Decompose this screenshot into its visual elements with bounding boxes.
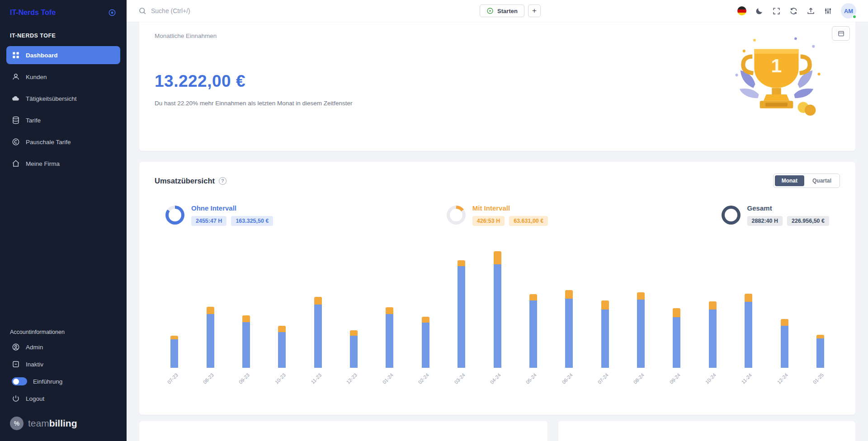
chart-bar[interactable]: [709, 247, 717, 368]
sidebar-item-label: Dashboard: [26, 52, 58, 59]
sidebar-item-einfuehrung[interactable]: Einführung: [6, 373, 120, 389]
sidebar-item-logout[interactable]: Logout: [6, 390, 120, 407]
bottom-cards-row: [139, 421, 855, 441]
chart-bar[interactable]: [781, 247, 788, 368]
chart-x-label: 06-24: [561, 372, 577, 389]
chart-x-label: 10-23: [274, 372, 290, 389]
donut-ring-icon: [722, 206, 741, 225]
stat-amount-badge: 163.325,50 €: [231, 216, 273, 226]
layout-icon: [837, 30, 845, 38]
chart-bar[interactable]: [314, 247, 322, 368]
chart-bar[interactable]: [816, 247, 824, 368]
sidebar-item-label: Tarife: [26, 117, 41, 124]
page-content: Monatliche Einnahmen 13.222,00 € Du hast…: [127, 22, 868, 441]
chart-bar[interactable]: [278, 247, 286, 368]
online-status-dot: [852, 14, 857, 19]
sidebar-pin-icon[interactable]: [108, 8, 117, 17]
sidebar-item-taetigkeitsuebersicht[interactable]: Tätigkeitsübersicht: [6, 89, 120, 108]
period-toggle: MonatQuartal: [773, 174, 840, 188]
sync-icon[interactable]: [789, 7, 798, 15]
sidebar-item-dashboard[interactable]: Dashboard: [6, 46, 120, 64]
start-timer-button[interactable]: Starten: [480, 5, 524, 17]
chart-bar[interactable]: [458, 247, 465, 368]
sidebar-item-label: Tätigkeitsübersicht: [26, 95, 77, 102]
filter-icon[interactable]: [824, 7, 832, 15]
chart-x-label: 12-23: [345, 372, 362, 389]
chart-x-label: 07-23: [166, 372, 183, 389]
revenue-overview-title: Umsatzübersicht ?: [155, 177, 226, 185]
cloud-icon: [12, 94, 20, 103]
chart-bar[interactable]: [601, 247, 609, 368]
toggle-monat[interactable]: Monat: [775, 175, 804, 186]
teambilling-logo-icon: %: [10, 417, 24, 430]
monthly-revenue-card: Monatliche Einnahmen 13.222,00 € Du hast…: [139, 22, 855, 151]
chart-bar[interactable]: [207, 247, 214, 368]
upload-icon[interactable]: [807, 7, 815, 15]
sidebar-item-label: Einführung: [33, 378, 62, 385]
dashboard-grid-icon: [12, 51, 20, 59]
sidebar-header: IT-Nerds Tofe: [0, 0, 127, 21]
sidebar-item-meine-firma[interactable]: Meine Firma: [6, 155, 120, 173]
dark-mode-icon[interactable]: [755, 7, 764, 15]
chart-bar[interactable]: [529, 247, 537, 368]
fullscreen-icon[interactable]: [772, 7, 781, 15]
donut-ring-icon: [165, 206, 184, 225]
chart-bar-column: 08-24: [623, 247, 659, 386]
search-input[interactable]: [151, 7, 259, 14]
card-settings-button[interactable]: [832, 26, 850, 41]
chart-x-label: 12-24: [776, 372, 793, 389]
sidebar-item-tarife[interactable]: Tarife: [6, 111, 120, 129]
play-icon: [486, 7, 494, 14]
chart-bar[interactable]: [242, 247, 250, 368]
chart-x-label: 02-24: [417, 372, 434, 389]
toggle-quartal[interactable]: Quartal: [806, 175, 838, 186]
sidebar-item-admin[interactable]: Admin: [6, 339, 120, 355]
chart-x-label: 01-25: [812, 372, 829, 389]
app-logo: IT-Nerds Tofe: [10, 9, 56, 17]
chart-bar-column: 01-25: [802, 247, 838, 386]
stat-hours-badge: 2455:47 H: [191, 216, 226, 226]
help-icon[interactable]: ?: [219, 177, 226, 185]
sidebar-item-label: Pauschale Tarife: [26, 139, 71, 145]
sidebar-item-kunden[interactable]: Kunden: [6, 68, 120, 86]
chart-x-label: 11-23: [310, 372, 326, 389]
add-button[interactable]: +: [528, 5, 541, 17]
sidebar-item-pauschale-tarife[interactable]: Pauschale Tarife: [6, 133, 120, 151]
user-avatar[interactable]: AM: [841, 3, 856, 19]
donut-ring-icon: [447, 206, 466, 225]
toggle-switch[interactable]: [12, 377, 27, 385]
chart-bar-column: 11-23: [300, 247, 336, 386]
stat-group: Mit Intervall426:53 H63.631,00 €: [447, 204, 548, 226]
chart-bar-column: 08-23: [192, 247, 228, 386]
chart-x-label: 04-24: [489, 372, 506, 389]
chart-bar[interactable]: [170, 247, 178, 368]
chart-bar[interactable]: [386, 247, 393, 368]
chart-bar-column: 11-24: [731, 247, 766, 386]
chart-bar[interactable]: [422, 247, 429, 368]
stat-label: Mit Intervall: [472, 204, 548, 212]
bottom-card-right: [558, 421, 855, 441]
chart-bar[interactable]: [494, 247, 501, 368]
trophy-illustration: 1: [726, 33, 827, 125]
chart-bar[interactable]: [350, 247, 358, 368]
sidebar-item-inaktiv[interactable]: Inaktiv: [6, 356, 120, 372]
chart-x-label: 09-24: [668, 372, 685, 389]
chart-bar-column: 03-24: [443, 247, 479, 386]
stats-row: Ohne Intervall2455:47 H163.325,50 €Mit I…: [155, 204, 840, 226]
chart-x-label: 09-23: [238, 372, 255, 389]
home-icon: [12, 160, 20, 168]
revenue-bar-chart: 07-2308-2309-2310-2311-2312-2301-2402-24…: [155, 247, 840, 386]
sidebar-item-label: Meine Firma: [26, 160, 60, 167]
chart-bar[interactable]: [745, 247, 752, 368]
revenue-overview-header: Umsatzübersicht ? MonatQuartal: [155, 174, 840, 188]
chart-bar[interactable]: [673, 247, 680, 368]
chart-bar[interactable]: [565, 247, 573, 368]
coin-icon: [12, 138, 20, 146]
stat-amount-badge: 226.956,50 €: [787, 216, 829, 226]
chart-x-label: 05-24: [525, 372, 542, 389]
flag-de-icon[interactable]: [737, 6, 746, 15]
chart-bar[interactable]: [637, 247, 645, 368]
sidebar-item-label: Admin: [26, 344, 43, 351]
chart-bar-column: 10-23: [264, 247, 300, 386]
chart-bar-column: 10-24: [695, 247, 731, 386]
